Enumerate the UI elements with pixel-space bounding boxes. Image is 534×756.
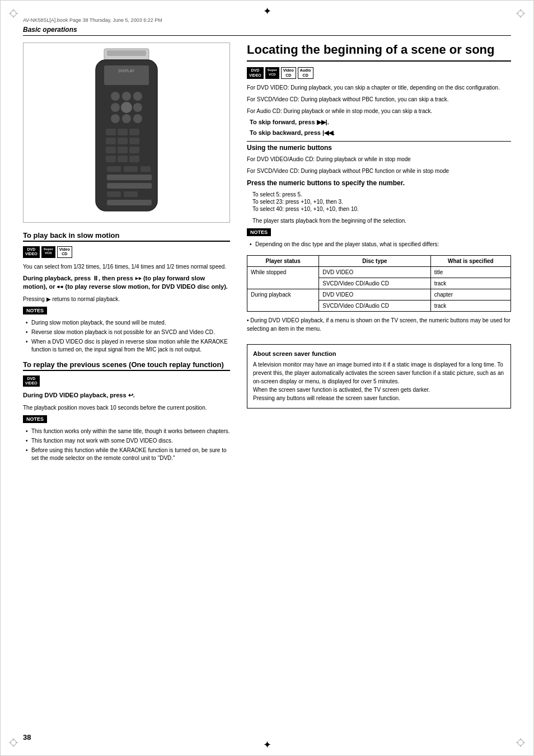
remote-svg: DISPLAY [71,46,182,219]
replay-notes-label: NOTES [23,415,47,423]
svg-rect-40 [106,147,116,153]
top-center-mark: ✦ [263,5,271,17]
svg-rect-44 [118,156,128,162]
svg-rect-47 [124,166,138,172]
skip-backward: To skip backward, press |◀◀. [247,129,511,137]
intro-line-1: For DVD VIDEO: During playback, you can … [247,83,511,92]
svg-text:DISPLAY: DISPLAY [118,69,134,73]
replay-notes: This function works only within the same… [23,428,230,462]
section-header: Basic operations [23,26,511,36]
svg-rect-43 [106,156,116,162]
cell-while-stopped: While stopped [247,266,319,289]
disc-table: Player status Disc type What is specifie… [247,255,511,312]
cell-track-1: track [430,278,510,289]
slow-motion-note-1: During slow motion playback, the sound w… [26,319,230,327]
badge-replay-dvd-video: DVDVIDEO [23,375,40,387]
slow-motion-notes-label: NOTES [23,307,47,314]
screen-saver-title: About screen saver function [253,350,505,357]
replay-note-2: This function may not work with some DVD… [26,437,230,445]
table-row-3: During playback DVD VIDEO chapter [247,289,511,300]
slow-motion-notes: During slow motion playback, the sound w… [23,319,230,354]
svg-point-30 [133,103,142,112]
player-starts: The player starts playback from the begi… [252,217,511,225]
example-1: To select 5: press 5. [252,191,511,198]
page: ✦ AV-NK58SL[A].book Page 38 Thursday, Ju… [0,0,534,756]
for-svcd: For SVCD/Video CD: During playback witho… [247,167,511,175]
badge-right-audio-cd: AudioCD [298,67,313,79]
page-header: AV-NK58SL[A].book Page 38 Thursday, June… [23,17,511,23]
slow-motion-subnote: Pressing ▶ returns to normal playback. [23,295,230,303]
badge-super-vcd: SuperVCD [41,246,55,258]
remote-image-container: DISPLAY [23,43,230,223]
svg-rect-41 [118,147,128,153]
col-disc-type: Disc type [319,255,430,266]
svg-rect-53 [107,200,152,205]
cell-during-playback: During playback [247,289,319,311]
svg-point-25 [111,92,120,101]
svg-rect-36 [129,129,139,135]
svg-rect-49 [107,175,152,180]
svg-point-31 [111,114,120,123]
svg-point-26 [122,92,131,101]
screen-saver-box: About screen saver function A television… [247,344,511,408]
badge-right-svcd: SuperVCD [265,67,279,79]
replay-instruction: During DVD VIDEO playback, press ↩. [23,391,230,400]
svg-rect-52 [124,191,138,197]
numeric-note-1: Depending on the disc type and the playe… [250,241,511,248]
svg-point-28 [111,103,120,112]
example-3: To select 40: press +10, +10, +10, then … [252,206,511,212]
svg-point-32 [122,114,131,123]
screen-saver-body: A television monitor may have an image b… [253,360,505,402]
corner-br [508,730,525,747]
svg-point-33 [133,114,142,123]
intro-line-2: For SVCD/Video CD: During playback witho… [247,95,511,104]
svg-rect-37 [106,138,116,144]
svg-point-15 [518,740,523,745]
svg-rect-35 [118,129,128,135]
file-info: AV-NK58SL[A].book Page 38 Thursday, June… [23,17,162,23]
svg-rect-46 [107,166,121,172]
numeric-notes-label: NOTES [247,228,271,236]
svg-rect-21 [107,50,146,56]
svg-rect-50 [107,183,152,189]
right-section-title: Locating the beginning of a scene or son… [247,43,511,62]
cell-title: title [430,266,510,278]
dvd-video-note: • During DVD VIDEO playback, if a menu i… [247,316,511,333]
skip-forward: To skip forward, press ▶▶|. [247,119,511,126]
svg-rect-38 [118,138,128,144]
svg-point-0 [11,11,16,16]
table-row-1: While stopped DVD VIDEO title [247,266,511,278]
main-content: DISPLAY [23,43,511,469]
page-number: 38 [23,733,31,741]
badge-right-video-cd: VideoCD [281,67,296,79]
replay-note-1: This function works only within the same… [26,428,230,435]
right-badges: DVDVIDEO SuperVCD VideoCD AudioCD [247,67,511,79]
right-column: Locating the beginning of a scene or son… [247,43,511,469]
replay-body: The playback position moves back 10 seco… [23,403,230,412]
svg-point-27 [133,92,142,101]
slow-motion-title: To play back in slow motion [23,231,230,242]
cell-svcd-audio-cd-1: SVCD/Video CD/Audio CD [319,278,430,289]
slow-motion-note-2: Reverse slow motion playback is not poss… [26,328,230,336]
numeric-title: Using the numeric buttons [247,144,511,152]
svg-rect-39 [129,138,139,144]
svg-rect-34 [106,129,116,135]
corner-tl [9,9,26,26]
press-numeric-instruction: Press the numeric buttons to specify the… [247,179,511,188]
col-what-specified: What is specified [430,255,510,266]
replay-title: To replay the previous scenes (One touch… [23,360,230,371]
corner-tr [508,9,525,26]
svg-rect-48 [140,166,151,172]
svg-point-5 [518,11,523,16]
examples: To select 5: press 5. To select 23: pres… [252,191,511,212]
example-2: To select 23: press +10, +10, then 3. [252,199,511,205]
cell-chapter: chapter [430,289,510,300]
bottom-center-mark: ✦ [263,739,271,751]
numeric-notes: Depending on the disc type and the playe… [247,241,511,248]
svg-rect-45 [129,156,139,162]
svg-rect-51 [107,191,121,197]
slow-motion-badges: DVDVIDEO SuperVCD VideoCD [23,246,230,258]
replay-note-3: Before using this function while the KAR… [26,447,230,462]
svg-point-29 [121,102,132,113]
replay-badges: DVDVIDEO [23,375,230,387]
